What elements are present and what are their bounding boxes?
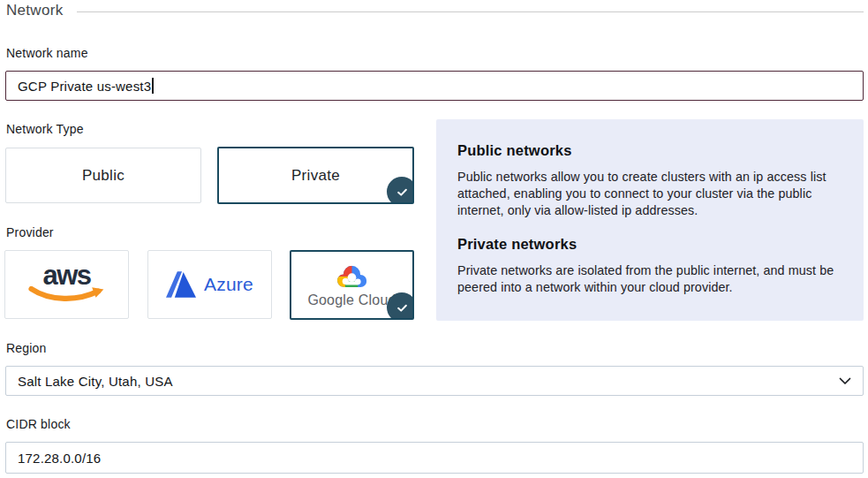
check-icon [396, 186, 409, 199]
azure-label: Azure [204, 274, 253, 295]
network-info-panel: Public networks Public networks allow yo… [436, 119, 864, 321]
network-type-public-label: Public [82, 167, 125, 185]
region-value: Salt Lake City, Utah, USA [18, 374, 173, 389]
provider-option-google-cloud[interactable]: Google Cloud [290, 250, 414, 320]
provider-option-azure[interactable]: Azure [147, 250, 272, 319]
network-type-label: Network Type [6, 122, 84, 136]
network-type-option-public[interactable]: Public [5, 148, 201, 203]
private-networks-heading: Private networks [457, 236, 841, 253]
selected-check-badge [387, 292, 414, 320]
network-type-private-label: Private [291, 167, 340, 185]
network-name-input[interactable]: GCP Private us-west3 [5, 71, 864, 101]
section-divider [77, 11, 864, 12]
section-header: Network [6, 2, 864, 19]
provider-option-aws[interactable]: aws [4, 250, 129, 319]
network-name-value: GCP Private us-west3 [18, 79, 151, 94]
aws-logo-icon: aws [28, 265, 106, 304]
text-caret [152, 78, 154, 94]
azure-logo-icon [166, 271, 196, 298]
network-section-title: Network [6, 2, 63, 19]
check-icon [396, 301, 409, 315]
region-label: Region [6, 341, 47, 355]
cidr-input[interactable]: 172.28.0.0/16 [5, 442, 864, 474]
google-cloud-logo-icon [333, 262, 371, 291]
google-cloud-label: Google Cloud [307, 292, 396, 308]
provider-label: Provider [6, 225, 54, 239]
network-type-option-private[interactable]: Private [217, 147, 414, 204]
public-networks-description: Public networks allow you to create clus… [457, 169, 841, 219]
chevron-down-icon [839, 377, 851, 385]
cidr-value: 172.28.0.0/16 [18, 451, 101, 466]
private-networks-description: Private networks are isolated from the p… [457, 262, 841, 296]
public-networks-heading: Public networks [457, 142, 841, 159]
region-select[interactable]: Salt Lake City, Utah, USA [5, 366, 864, 396]
selected-check-badge [387, 177, 414, 204]
cidr-label: CIDR block [6, 417, 71, 431]
network-name-label: Network name [6, 46, 88, 60]
